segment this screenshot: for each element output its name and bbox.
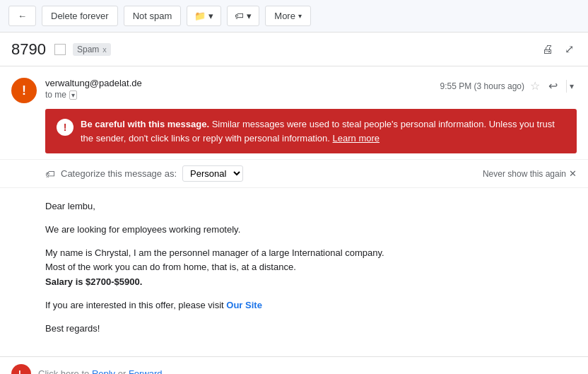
email-count: 8790: [11, 40, 46, 59]
label-button[interactable]: 🏷 ▾: [227, 6, 259, 26]
our-site-link[interactable]: Our Site: [226, 300, 262, 310]
reply-area: L ↩ Click here to Reply or Forward: [0, 356, 588, 374]
label-chevron: ▾: [247, 11, 252, 21]
print-icon: 🖨: [542, 43, 553, 55]
warning-bold: Be careful with this message.: [81, 119, 209, 129]
body-line2: We are looking for employees working rem…: [45, 223, 577, 238]
email-container: ! verwaltung@padelat.de to me ▾ 9:55 PM …: [0, 66, 588, 374]
email-body: Dear lembu, We are looking for employees…: [0, 188, 588, 356]
our-site-text: Our Site: [226, 300, 262, 310]
body-line5: Salary is $2700-$5900.: [45, 276, 142, 287]
folder-icon: 📁: [194, 11, 206, 21]
never-show[interactable]: Never show this again ✕: [483, 168, 577, 179]
reply-input-area[interactable]: Click here to Reply or Forward: [38, 368, 577, 374]
tag-icon: 🏷: [45, 168, 55, 180]
reply-avatar-initial: L: [18, 369, 23, 374]
star-icon[interactable]: ☆: [530, 79, 540, 93]
to-me-text: to me: [45, 90, 66, 100]
email-more-button[interactable]: ▾: [566, 80, 577, 93]
move-chevron: ▾: [208, 11, 213, 21]
sender-meta: 9:55 PM (3 hours ago) ☆ ↩ ▾: [440, 78, 577, 94]
sender-name: verwaltung@padelat.de: [45, 78, 440, 88]
more-button[interactable]: More: [265, 6, 311, 26]
body-line3-4: My name is Chrystal, I am the personnel …: [45, 246, 577, 290]
body-line1: Dear lembu,: [45, 199, 577, 214]
print-button[interactable]: 🖨: [539, 40, 556, 59]
body-line3: My name is Chrystal, I am the personnel …: [45, 247, 384, 258]
spam-label: Spam: [77, 45, 99, 54]
expand-icon: ⤢: [565, 43, 574, 55]
toolbar: ← Delete forever Not spam 📁 ▾ 🏷 ▾ More: [0, 0, 588, 33]
email-header-bar: 8790 Spam x 🖨 ⤢: [0, 33, 588, 66]
email-checkbox[interactable]: [54, 44, 66, 55]
sender-avatar-initial: !: [22, 83, 26, 98]
body-line4: Most of the work you can do from home, t…: [45, 262, 296, 272]
spam-close-icon[interactable]: x: [102, 45, 107, 54]
never-show-close-icon[interactable]: ✕: [569, 168, 577, 179]
body-line6-site: If you are interested in this offer, ple…: [45, 298, 577, 313]
spam-tag: Spam x: [73, 43, 111, 56]
sender-info: verwaltung@padelat.de to me ▾: [45, 78, 440, 100]
send-time: 9:55 PM (3 hours ago): [440, 81, 524, 91]
reply-avatar: L ↩: [11, 364, 31, 374]
warning-banner: ! Be careful with this message. Similar …: [45, 109, 577, 153]
categorize-select[interactable]: Personal: [182, 165, 243, 182]
to-me-dropdown-icon[interactable]: ▾: [69, 90, 77, 100]
expand-button[interactable]: ⤢: [562, 40, 577, 59]
sender-to-me[interactable]: to me ▾: [45, 90, 440, 100]
reply-icon-button[interactable]: ↩: [546, 78, 560, 94]
delete-forever-button[interactable]: Delete forever: [42, 6, 118, 26]
never-show-text: Never show this again: [483, 169, 566, 179]
not-spam-button[interactable]: Not spam: [124, 6, 182, 26]
move-to-button[interactable]: 📁 ▾: [187, 6, 221, 26]
body-line6-text: If you are interested in this offer, ple…: [45, 300, 224, 310]
sender-row: ! verwaltung@padelat.de to me ▾ 9:55 PM …: [0, 66, 588, 109]
warning-icon: !: [57, 119, 74, 136]
learn-more-link[interactable]: Learn more: [333, 133, 380, 144]
forward-link[interactable]: Forward: [129, 368, 163, 374]
categorize-label: Categorize this message as:: [61, 168, 177, 179]
label-icon: 🏷: [235, 11, 244, 21]
warning-text: Be careful with this message. Similar me…: [81, 117, 565, 145]
header-right-icons: 🖨 ⤢: [539, 40, 577, 59]
reply-link[interactable]: Reply: [92, 368, 115, 374]
body-line7: Best regards!: [45, 322, 577, 337]
categorize-bar: 🏷 Categorize this message as: Personal N…: [0, 159, 588, 188]
back-button[interactable]: ←: [8, 6, 36, 26]
sender-avatar: !: [11, 78, 37, 103]
